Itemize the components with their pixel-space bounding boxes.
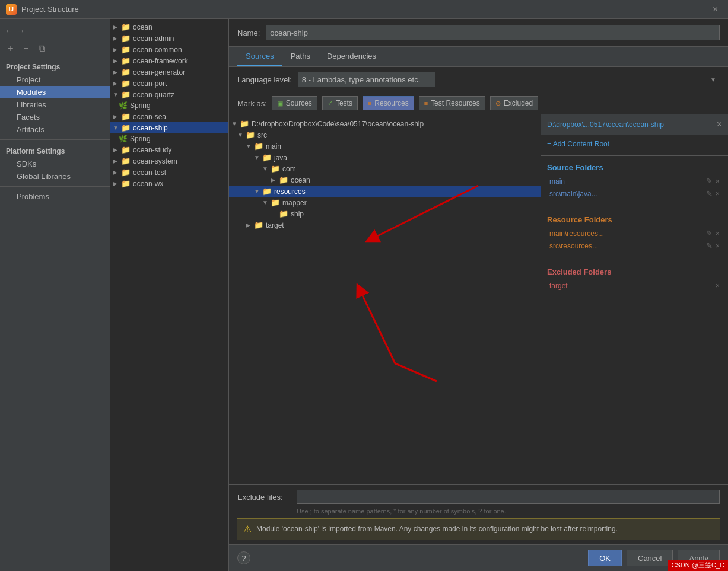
- module-item-ocean-study[interactable]: ▶ 📁 ocean-study: [110, 144, 228, 155]
- module-item-ocean-sea[interactable]: ▶ 📁 ocean-sea: [110, 111, 228, 122]
- tree-com[interactable]: ▼ 📁 com: [229, 163, 541, 174]
- forward-button[interactable]: →: [17, 26, 25, 36]
- tab-sources[interactable]: Sources: [237, 47, 282, 66]
- add-content-root-button[interactable]: + Add Content Root: [541, 135, 728, 153]
- footer-left: ?: [237, 551, 250, 564]
- sources-icon: ▣: [277, 100, 283, 107]
- info-divider-1: [541, 155, 728, 156]
- language-level-label: Language level:: [237, 75, 292, 84]
- mark-test-resources-button[interactable]: ≡ Test Resources: [419, 96, 485, 110]
- module-item-ocean-system[interactable]: ▶ 📁 ocean-system: [110, 155, 228, 167]
- file-tree-panel: ▼ 📁 D:\dropbox\Dropbox\Code\sea\0517\oce…: [229, 114, 541, 484]
- remove-excluded-target-button[interactable]: ×: [715, 281, 720, 290]
- module-item-ocean-quartz[interactable]: ▼ 📁 ocean-quartz: [110, 89, 228, 100]
- folder-icon: 📁: [121, 145, 131, 154]
- tree-target[interactable]: ▶ 📁 target: [229, 219, 541, 231]
- module-item-ocean-generator[interactable]: ▶ 📁 ocean-generator: [110, 66, 228, 78]
- mark-as-bar: Mark as: ▣ Sources ✓ Tests ≡ Resources ≡…: [229, 92, 728, 114]
- module-item-ocean-test[interactable]: ▶ 📁 ocean-test: [110, 167, 228, 178]
- tests-icon: ✓: [328, 100, 333, 107]
- mark-tests-button[interactable]: ✓ Tests: [322, 96, 358, 110]
- tree-arrow: ▶: [246, 222, 254, 228]
- tree-arrow: ▼: [262, 199, 271, 206]
- remove-resource-main-button[interactable]: ×: [715, 229, 720, 238]
- tree-java[interactable]: ▼ 📁 java: [229, 152, 541, 163]
- target-folder-icon: 📁: [254, 221, 263, 229]
- sidebar-item-libraries[interactable]: Libraries: [0, 98, 110, 111]
- folder-icon: 📁: [121, 23, 131, 31]
- cancel-button[interactable]: Cancel: [627, 550, 673, 566]
- resource-folders-section: Resource Folders main\resources... ✎ × s…: [541, 210, 728, 257]
- remove-resource-src-button[interactable]: ×: [715, 241, 720, 250]
- sidebar-item-project[interactable]: Project: [0, 74, 110, 86]
- language-level-select[interactable]: 8 - Lambdas, type annotations etc.: [298, 72, 435, 87]
- excluded-item-target: target ×: [547, 280, 722, 291]
- source-item-main: main ✎ ×: [547, 176, 722, 187]
- source-item-actions: ✎ ×: [706, 177, 720, 186]
- mark-excluded-button[interactable]: ⊘ Excluded: [490, 96, 538, 110]
- back-button[interactable]: ←: [5, 26, 13, 36]
- tree-arrow: ▼: [113, 125, 121, 131]
- dialog-footer: ? OK Cancel Apply: [229, 544, 728, 571]
- name-input[interactable]: [266, 25, 720, 40]
- resource-item-main-actions: ✎ ×: [706, 229, 720, 238]
- module-item-ocean[interactable]: ▶ 📁 ocean: [110, 21, 228, 33]
- folder-icon: 📁: [121, 112, 131, 121]
- module-item-ocean-framework[interactable]: ▶ 📁 ocean-framework: [110, 55, 228, 66]
- tree-arrow: ▶: [271, 177, 279, 183]
- tree-ocean[interactable]: ▶ 📁 ocean: [229, 174, 541, 186]
- edit-resource-src-button[interactable]: ✎: [706, 241, 713, 250]
- tree-root[interactable]: ▼ 📁 D:\dropbox\Dropbox\Code\sea\0517\oce…: [229, 118, 541, 129]
- sidebar-item-artifacts[interactable]: Artifacts: [0, 123, 110, 136]
- excluded-folders-title: Excluded Folders: [547, 267, 722, 276]
- module-item-ocean-admin[interactable]: ▶ 📁 ocean-admin: [110, 33, 228, 44]
- tree-main[interactable]: ▼ 📁 main: [229, 141, 541, 152]
- folder-icon: 📁: [121, 90, 131, 99]
- language-level-select-wrap: 8 - Lambdas, type annotations etc.: [298, 72, 720, 87]
- module-item-ocean-ship-spring[interactable]: 🌿 Spring: [110, 133, 228, 144]
- mark-as-label: Mark as:: [237, 99, 267, 108]
- ok-button[interactable]: OK: [588, 550, 622, 566]
- add-module-button[interactable]: +: [5, 43, 17, 55]
- tree-arrow: ▼: [231, 120, 240, 127]
- window-close-button[interactable]: ×: [713, 5, 722, 14]
- remove-module-button[interactable]: −: [20, 43, 32, 55]
- sidebar: ← → + − ⧉ Project Settings Project Modul…: [0, 19, 110, 571]
- module-item-ocean-common[interactable]: ▶ 📁 ocean-common: [110, 44, 228, 55]
- sidebar-item-global-libraries[interactable]: Global Libraries: [0, 170, 110, 183]
- tree-arrow: ▶: [113, 24, 121, 30]
- remove-source-java-button[interactable]: ×: [715, 189, 720, 198]
- folder-icon: 📁: [121, 56, 131, 65]
- sidebar-item-modules[interactable]: Modules: [0, 86, 110, 98]
- exclude-input[interactable]: [297, 490, 720, 504]
- help-button[interactable]: ?: [237, 551, 250, 564]
- tree-ship[interactable]: ▶ 📁 ship: [229, 208, 541, 219]
- remove-source-main-button[interactable]: ×: [715, 177, 720, 186]
- folder-icon: 📁: [121, 68, 131, 76]
- module-item-ocean-ship[interactable]: ▼ 📁 ocean-ship: [110, 122, 228, 133]
- edit-resource-main-button[interactable]: ✎: [706, 229, 713, 238]
- edit-source-java-button[interactable]: ✎: [706, 189, 713, 198]
- mark-resources-button[interactable]: ≡ Resources: [363, 96, 414, 110]
- sidebar-item-facets[interactable]: Facets: [0, 111, 110, 123]
- sidebar-item-sdks[interactable]: SDKs: [0, 158, 110, 170]
- module-item-ocean-wx[interactable]: ▶ 📁 ocean-wx: [110, 178, 228, 189]
- tab-paths[interactable]: Paths: [282, 47, 319, 66]
- info-panel-close-button[interactable]: ×: [717, 119, 722, 130]
- tree-resources[interactable]: ▼ 📁 resources: [229, 186, 541, 197]
- module-item-ocean-port[interactable]: ▶ 📁 ocean-port: [110, 78, 228, 89]
- tree-arrow: ▶: [113, 169, 121, 176]
- edit-source-main-button[interactable]: ✎: [706, 177, 713, 186]
- source-item-java-label: src\main\java...: [549, 190, 597, 198]
- tree-src[interactable]: ▼ 📁 src: [229, 129, 541, 141]
- resources-folder-icon: 📁: [262, 187, 272, 196]
- sidebar-item-problems[interactable]: Problems: [0, 190, 110, 203]
- warning-text: Module 'ocean-ship' is imported from Mav…: [256, 524, 618, 534]
- name-bar: Name:: [229, 19, 728, 47]
- module-item-ocean-quartz-spring[interactable]: 🌿 Spring: [110, 100, 228, 111]
- tree-mapper[interactable]: ▼ 📁 mapper: [229, 197, 541, 208]
- info-divider-3: [541, 260, 728, 260]
- mark-sources-button[interactable]: ▣ Sources: [272, 96, 317, 110]
- tab-dependencies[interactable]: Dependencies: [319, 47, 384, 66]
- copy-module-button[interactable]: ⧉: [36, 43, 47, 55]
